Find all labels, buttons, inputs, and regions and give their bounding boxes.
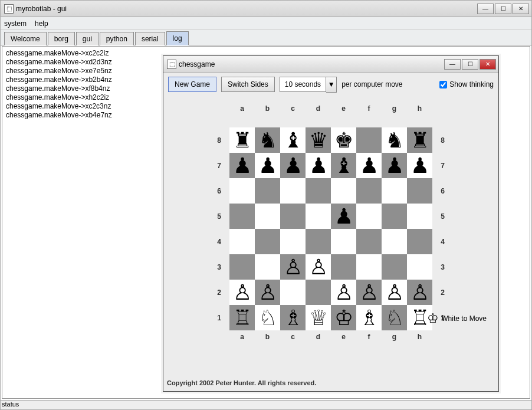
rank-label: 1 [209,305,229,330]
tab-python[interactable]: python [100,32,134,45]
square-h6[interactable] [407,178,432,204]
tab-serial[interactable]: serial [135,32,165,45]
menu-help[interactable]: help [35,19,48,28]
show-thinking-checkbox[interactable]: Show thinking [439,80,494,88]
square-f4[interactable] [356,229,382,254]
rank-label: 5 [209,204,229,229]
file-label: d [306,102,331,115]
close-button[interactable]: ✕ [513,4,529,14]
app-icon: ⬚ [4,4,14,14]
square-c2[interactable] [280,280,306,305]
square-h3[interactable] [407,254,432,280]
square-a5[interactable] [229,204,255,229]
minimize-button[interactable]: — [477,4,494,14]
square-c3[interactable]: ♙ [280,254,306,280]
square-a7[interactable]: ♟ [229,153,255,178]
file-label: e [331,102,356,115]
square-b6[interactable] [255,178,280,204]
square-b7[interactable]: ♟ [255,153,280,178]
square-b4[interactable] [255,229,280,254]
main-titlebar: ⬚ myrobotlab - gui — ☐ ✕ [1,1,531,17]
tab-welcome[interactable]: Welcome [4,32,47,45]
new-game-button[interactable]: New Game [168,77,216,92]
file-label: e [331,330,356,343]
square-e5[interactable]: ♟ [331,204,356,229]
square-g2[interactable]: ♙ [382,280,407,305]
square-h7[interactable]: ♟ [407,153,432,178]
square-c7[interactable]: ♟ [280,153,306,178]
square-a4[interactable] [229,229,255,254]
square-f3[interactable] [356,254,382,280]
square-g7[interactable]: ♟ [382,153,407,178]
square-b8[interactable]: ♞ [255,127,280,153]
square-h5[interactable] [407,204,432,229]
tab-log[interactable]: log [166,31,189,45]
square-e7[interactable]: ♝ [331,153,356,178]
square-a3[interactable] [229,254,255,280]
file-label: d [306,330,331,343]
file-label: c [280,330,306,343]
square-c8[interactable]: ♝ [280,127,306,153]
square-g4[interactable] [382,229,407,254]
square-b2[interactable]: ♙ [255,280,280,305]
square-e4[interactable] [331,229,356,254]
square-g3[interactable] [382,254,407,280]
square-f5[interactable] [356,204,382,229]
turn-indicator: ♔ White to Move [427,311,487,326]
chess-maximize-button[interactable]: ☐ [462,59,478,70]
square-f7[interactable]: ♟ [356,153,382,178]
square-f1[interactable]: ♗ [356,305,382,330]
square-c6[interactable] [280,178,306,204]
time-select-value[interactable]: 10 seconds [280,77,326,92]
square-a8[interactable]: ♜ [229,127,255,153]
square-d6[interactable] [306,178,331,204]
square-a1[interactable]: ♖ [229,305,255,330]
menu-system[interactable]: system [4,19,27,28]
square-b3[interactable] [255,254,280,280]
square-a2[interactable]: ♙ [229,280,255,305]
square-d3[interactable]: ♙ [306,254,331,280]
chess-close-button[interactable]: ✕ [480,59,496,70]
square-g6[interactable] [382,178,407,204]
square-b1[interactable]: ♘ [255,305,280,330]
tab-borg[interactable]: borg [48,32,75,45]
chess-minimize-button[interactable]: — [444,59,461,70]
square-d1[interactable]: ♕ [306,305,331,330]
square-g1[interactable]: ♘ [382,305,407,330]
square-h2[interactable]: ♙ [407,280,432,305]
square-h8[interactable]: ♜ [407,127,432,153]
king-icon: ♔ [427,311,439,326]
square-d7[interactable]: ♟ [306,153,331,178]
chevron-down-icon[interactable]: ▼ [326,77,337,93]
time-select[interactable]: 10 seconds ▼ [280,77,337,93]
square-e8[interactable]: ♚ [331,127,356,153]
square-c4[interactable] [280,229,306,254]
square-d2[interactable] [306,280,331,305]
rank-label: 6 [209,178,229,204]
square-b5[interactable] [255,204,280,229]
switch-sides-button[interactable]: Switch Sides [221,77,275,92]
square-e3[interactable] [331,254,356,280]
square-f8[interactable] [356,127,382,153]
tab-gui[interactable]: gui [76,32,98,45]
square-c5[interactable] [280,204,306,229]
square-g8[interactable]: ♞ [382,127,407,153]
rank-label: 7 [432,153,453,178]
square-c1[interactable]: ♗ [280,305,306,330]
square-e1[interactable]: ♔ [331,305,356,330]
square-e2[interactable]: ♙ [331,280,356,305]
maximize-button[interactable]: ☐ [495,4,511,14]
chess-icon: ⬚ [167,60,176,69]
square-d5[interactable] [306,204,331,229]
square-e6[interactable] [331,178,356,204]
square-d8[interactable]: ♛ [306,127,331,153]
square-h4[interactable] [407,229,432,254]
square-a6[interactable] [229,178,255,204]
square-f2[interactable]: ♙ [356,280,382,305]
show-thinking-input[interactable] [439,81,447,88]
rank-label: 4 [432,229,453,254]
square-g5[interactable] [382,204,407,229]
square-f6[interactable] [356,178,382,204]
file-label: a [229,102,255,115]
square-d4[interactable] [306,229,331,254]
